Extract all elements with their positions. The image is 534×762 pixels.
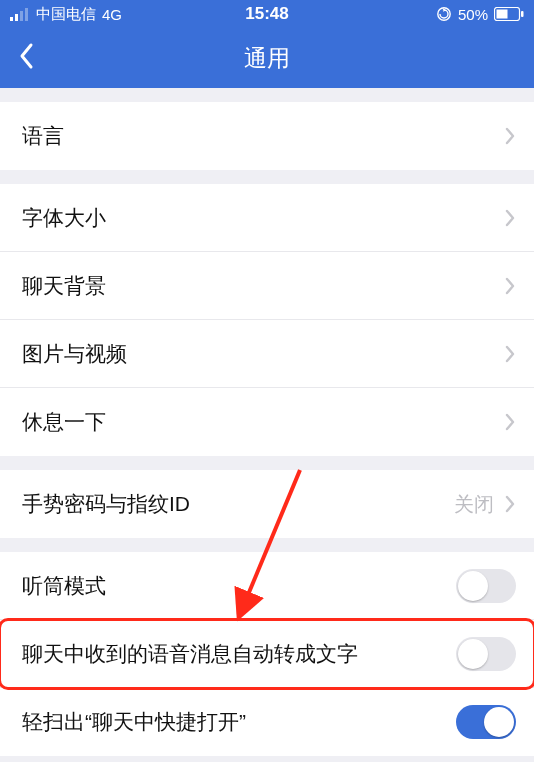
cell-label: 休息一下 bbox=[22, 408, 504, 436]
cell-label: 听筒模式 bbox=[22, 572, 456, 600]
chevron-right-icon bbox=[504, 494, 516, 514]
chevron-right-icon bbox=[504, 412, 516, 432]
toggle-knob bbox=[458, 639, 488, 669]
chevron-right-icon bbox=[504, 126, 516, 146]
toggle-earpiece-mode[interactable] bbox=[456, 569, 516, 603]
cell-label: 语言 bbox=[22, 122, 504, 150]
cell-voice-to-text[interactable]: 聊天中收到的语音消息自动转成文字 bbox=[0, 620, 534, 688]
cell-font-size[interactable]: 字体大小 bbox=[0, 184, 534, 252]
toggle-voice-to-text[interactable] bbox=[456, 637, 516, 671]
cell-take-break[interactable]: 休息一下 bbox=[0, 388, 534, 456]
nav-bar: 通用 bbox=[0, 28, 534, 88]
cell-language[interactable]: 语言 bbox=[0, 102, 534, 170]
cell-swipe-quick-open[interactable]: 轻扫出“聊天中快捷打开” bbox=[0, 688, 534, 756]
cell-label: 轻扫出“聊天中快捷打开” bbox=[22, 708, 456, 736]
rotation-lock-icon bbox=[436, 6, 452, 22]
cell-label: 聊天背景 bbox=[22, 272, 504, 300]
cell-label: 手势密码与指纹ID bbox=[22, 490, 454, 518]
status-right: 50% bbox=[436, 6, 524, 23]
svg-rect-6 bbox=[497, 10, 508, 19]
cell-gesture-touchid[interactable]: 手势密码与指纹ID关闭 bbox=[0, 470, 534, 538]
cell-chat-background[interactable]: 聊天背景 bbox=[0, 252, 534, 320]
cell-label: 聊天中收到的语音消息自动转成文字 bbox=[22, 640, 456, 668]
svg-rect-7 bbox=[521, 11, 524, 17]
page-title: 通用 bbox=[0, 43, 534, 74]
toggle-knob bbox=[484, 707, 514, 737]
cell-earpiece-mode[interactable]: 听筒模式 bbox=[0, 552, 534, 620]
toggle-swipe-quick-open[interactable] bbox=[456, 705, 516, 739]
cell-label: 图片与视频 bbox=[22, 340, 504, 368]
battery-icon bbox=[494, 7, 524, 21]
battery-percent: 50% bbox=[458, 6, 488, 23]
back-button[interactable] bbox=[8, 28, 44, 88]
status-bar: 中国电信 4G 15:48 50% bbox=[0, 0, 534, 28]
chevron-right-icon bbox=[504, 276, 516, 296]
chevron-right-icon bbox=[504, 344, 516, 364]
cell-photos-videos[interactable]: 图片与视频 bbox=[0, 320, 534, 388]
chevron-right-icon bbox=[504, 208, 516, 228]
cell-label: 字体大小 bbox=[22, 204, 504, 232]
chevron-left-icon bbox=[18, 42, 34, 74]
cell-detail: 关闭 bbox=[454, 491, 494, 518]
toggle-knob bbox=[458, 571, 488, 601]
